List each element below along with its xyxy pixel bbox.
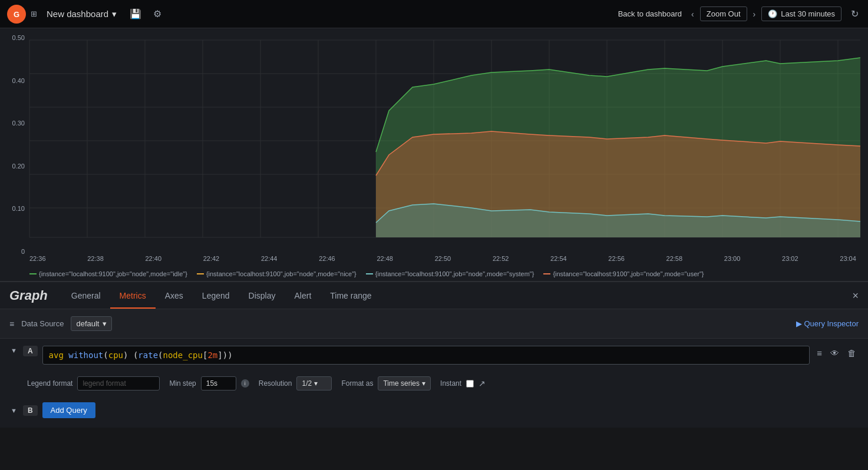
lf-format-as-label: Format as [341,379,373,388]
chart-area: 0.50 0.40 0.30 0.20 0.10 0 [0,28,868,282]
graph-panel: Graph General Metrics Axes Legend Displa… [0,282,868,428]
legend-item-user[interactable]: {instance="localhost:9100",job="node",mo… [543,270,704,277]
close-panel-btn[interactable]: × [852,289,859,302]
save-button[interactable]: 💾 [126,5,145,23]
legend-dot-user [543,273,550,274]
x-label-5: 22:46 [319,255,335,262]
nav-right: Back to dashboard ‹ Zoom Out › 🕐 Last 30… [618,6,861,22]
legend-dot-nice [197,273,204,274]
x-label-3: 22:42 [203,255,220,262]
legend-item-idle[interactable]: {instance="localhost:9100",job="node",mo… [29,270,187,277]
tab-legend[interactable]: Legend [193,284,239,309]
datasource-row: ≡ Data Source default ▾ ▶ Query Inspecto… [0,309,868,339]
tab-display[interactable]: Display [239,284,285,309]
tab-metrics[interactable]: Metrics [110,284,156,309]
datasource-select[interactable]: default ▾ [71,316,112,331]
datasource-left: ≡ Data Source default ▾ [9,316,112,331]
tab-axes[interactable]: Axes [156,284,193,309]
query-inspector-label: Query Inspector [804,319,859,328]
time-controls: ‹ Zoom Out › 🕐 Last 30 minutes [689,6,841,21]
x-label-10: 22:56 [608,255,625,262]
legend-item-system[interactable]: {instance="localhost:9100",job="node",mo… [366,270,534,277]
query-actions-a: ≡ 👁 🗑 [814,346,859,360]
zoom-out-btn[interactable]: Zoom Out [700,6,747,21]
kw-rate: rate [138,350,158,360]
y-axis: 0.50 0.40 0.30 0.20 0.10 0 [0,28,29,257]
x-label-12: 23:00 [724,255,741,262]
datasource-arrow: ▾ [103,319,107,328]
legend-label-system: {instance="localhost:9100",job="node",mo… [375,270,534,277]
query-inspector-btn[interactable]: ▶ Query Inspector [796,319,859,328]
legend-item-nice[interactable]: {instance="localhost:9100",job="node",mo… [197,270,357,277]
lf-instant-group: Instant ↗ [440,379,486,388]
kw-metric: node_cpu [163,350,203,360]
x-label-13: 23:02 [782,255,798,262]
tab-alert[interactable]: Alert [285,284,321,309]
y-label-3: 0.30 [12,120,25,127]
query-menu-btn[interactable]: ≡ [814,346,824,360]
grafana-logo[interactable]: G [7,5,26,24]
legend-format-input[interactable] [77,376,160,390]
query-b-collapse-btn[interactable]: ▼ [9,406,18,415]
min-step-input[interactable] [201,376,236,390]
legend-dot-idle [29,273,37,274]
legend-label-idle: {instance="localhost:9100",job="node",mo… [39,270,187,277]
add-query-btn[interactable]: Add Query [42,402,95,418]
back-to-dashboard-link[interactable]: Back to dashboard [618,9,682,18]
query-letter-b: B [23,405,38,416]
y-label-0: 0 [21,248,25,255]
x-label-7: 22:50 [435,255,451,262]
legend-dot-system [366,273,373,274]
tab-time-range[interactable]: Time range [321,284,381,309]
time-back-btn[interactable]: ‹ [689,8,697,20]
query-row-a: ▼ A avg without(cpu) (rate(node_cpu[2m])… [0,339,868,398]
lf-resolution-label: Resolution [259,379,292,388]
resolution-arrow: ▾ [314,379,318,388]
refresh-btn[interactable]: ↻ [849,6,861,22]
query-collapse-btn-a[interactable]: ▼ [9,346,18,355]
format-as-arrow: ▾ [422,379,425,388]
add-query-row: ▼ B Add Query [0,398,868,428]
kw-close-bracket: ] [217,350,222,360]
kw-close-paren1: ) [123,350,128,360]
settings-button[interactable]: ⚙ [150,5,165,23]
query-delete-btn[interactable]: 🗑 [845,346,859,360]
resolution-select[interactable]: 1/2 ▾ [296,376,332,390]
lf-legend-format-label: Legend format [27,379,72,388]
x-label-2: 22:40 [145,255,161,262]
time-range-btn[interactable]: 🕐 Last 30 minutes [761,6,841,21]
query-inspector-arrow: ▶ [796,319,802,328]
kw-without: without [68,350,103,360]
format-as-value: Time series [383,379,420,388]
tab-general[interactable]: General [62,284,110,309]
datasource-value: default [76,319,99,328]
lf-legend-format-group: Legend format [27,376,160,390]
info-icon: i [241,379,249,388]
time-forward-btn[interactable]: › [751,8,758,20]
x-label-0: 22:36 [29,255,46,262]
nav-left: G ⊞ New dashboard ▾ 💾 ⚙ [7,5,165,24]
x-label-1: 22:38 [87,255,104,262]
query-row-header-a: ▼ A avg without(cpu) (rate(node_cpu[2m])… [9,346,859,365]
x-axis: 22:36 22:38 22:40 22:42 22:44 22:46 22:4… [29,255,856,262]
kw-open-paren1: ( [103,350,108,360]
graph-header: Graph General Metrics Axes Legend Displa… [0,282,868,309]
lf-format-as-group: Format as Time series ▾ [341,376,431,390]
kw-cpu: cpu [108,350,123,360]
dashboard-title-text: New dashboard [47,9,108,19]
time-range-label: Last 30 minutes [781,9,835,18]
query-letter-a: A [23,346,38,356]
lf-resolution-group: Resolution 1/2 ▾ [259,376,332,390]
format-as-select[interactable]: Time series ▾ [378,376,431,390]
instant-link-btn[interactable]: ↗ [478,379,486,388]
dashboard-title-btn[interactable]: New dashboard ▾ [42,6,121,22]
instant-checkbox[interactable] [466,380,474,388]
chart-legend: {instance="localhost:9100",job="node",mo… [0,268,868,280]
x-label-14: 23:04 [840,255,856,262]
x-label-11: 22:58 [666,255,683,262]
svg-text:G: G [14,10,19,19]
grid-icon[interactable]: ⊞ [31,9,37,18]
query-expression-a[interactable]: avg without(cpu) (rate(node_cpu[2m])) [42,346,810,365]
query-eye-btn[interactable]: 👁 [828,346,841,360]
tab-list: General Metrics Axes Legend Display Aler… [62,284,381,307]
